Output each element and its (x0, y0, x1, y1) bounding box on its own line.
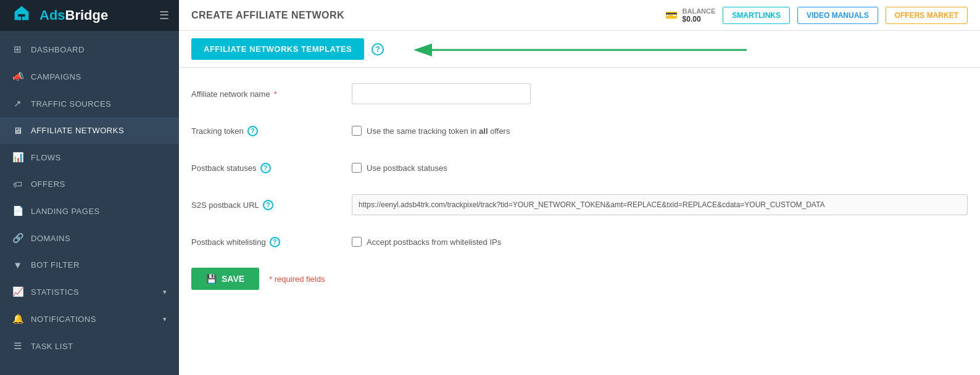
sidebar: AdsBridge ☰ ⊞ DASHBOARD 📣 CAMPAIGNS ↗ TR… (0, 0, 179, 375)
form-row-postback-whitelisting: Postback whitelisting ? Accept postbacks… (191, 231, 968, 253)
tracking-token-help-icon[interactable]: ? (247, 126, 258, 136)
sidebar-item-dashboard[interactable]: ⊞ DASHBOARD (0, 36, 179, 63)
balance-info: BALANCE $0.00 (683, 7, 716, 23)
s2s-postback-url-label-text: S2S postback URL (191, 200, 259, 210)
network-name-input[interactable] (352, 83, 531, 104)
dashboard-icon: ⊞ (12, 44, 23, 55)
header-right: 💳 BALANCE $0.00 SMARTLINKS VIDEO MANUALS… (665, 7, 968, 24)
header: CREATE AFFILIATE NETWORK 💳 BALANCE $0.00… (179, 0, 980, 31)
postback-whitelisting-checkbox-label: Accept postbacks from whitelisted IPs (367, 237, 501, 247)
required-note: * required fields (269, 274, 325, 284)
postback-statuses-control: Use postback statuses (352, 163, 968, 173)
landing-pages-icon: 📄 (12, 205, 23, 216)
required-note-star: * (269, 274, 272, 284)
tracking-token-checkbox-wrap: Use the same tracking token in all offer… (352, 126, 510, 136)
tracking-token-control: Use the same tracking token in all offer… (352, 126, 968, 136)
domains-icon: 🔗 (12, 233, 23, 244)
video-manuals-button[interactable]: VIDEO MANUALS (797, 7, 878, 24)
save-row: 💾 SAVE * required fields (191, 268, 968, 290)
network-name-label: Affiliate network name * (191, 89, 352, 99)
sidebar-item-traffic-sources[interactable]: ↗ TRAFFIC SOURCES (0, 90, 179, 117)
sidebar-label-bot-filter: BOT FILTER (31, 260, 80, 270)
logo-icon (10, 4, 33, 27)
notifications-icon: 🔔 (12, 313, 23, 324)
svg-rect-2 (22, 17, 25, 20)
notifications-chevron-icon: ▾ (163, 315, 167, 323)
sidebar-label-landing-pages: LANDING PAGES (31, 207, 100, 216)
save-button[interactable]: 💾 SAVE (191, 268, 259, 290)
affiliate-networks-templates-button[interactable]: AFFILIATE NETWORKS TEMPLATES (191, 38, 364, 60)
postback-statuses-checkbox-wrap: Use postback statuses (352, 163, 447, 173)
form-row-tracking-token: Tracking token ? Use the same tracking t… (191, 120, 968, 142)
postback-whitelisting-help-icon[interactable]: ? (270, 237, 280, 247)
postback-whitelisting-checkbox[interactable] (352, 237, 362, 247)
tracking-token-label: Tracking token ? (191, 126, 352, 136)
sidebar-logo: AdsBridge ☰ (0, 0, 179, 31)
balance-amount: $0.00 (683, 15, 716, 23)
affiliate-networks-icon: 🖥 (12, 125, 23, 136)
form-area: Affiliate network name * Tracking token … (179, 68, 980, 375)
tracking-token-checkbox-label: Use the same tracking token in all offer… (367, 126, 510, 136)
statistics-chevron-icon: ▾ (163, 288, 167, 296)
s2s-postback-url-label: S2S postback URL ? (191, 200, 352, 210)
s2s-postback-url-help-icon[interactable]: ? (263, 200, 273, 210)
tracking-token-label-text: Tracking token (191, 126, 244, 136)
sidebar-item-notifications[interactable]: 🔔 NOTIFICATIONS ▾ (0, 305, 179, 332)
postback-whitelisting-control: Accept postbacks from whitelisted IPs (352, 237, 968, 247)
s2s-postback-url-control (352, 194, 968, 215)
save-button-label: SAVE (222, 274, 244, 284)
templates-bar: AFFILIATE NETWORKS TEMPLATES ? (179, 31, 980, 68)
postback-statuses-checkbox-label: Use postback statuses (367, 163, 447, 173)
smartlinks-button[interactable]: SMARTLINKS (723, 7, 790, 24)
sidebar-item-offers[interactable]: 🏷 OFFERS (0, 171, 179, 197)
postback-whitelisting-label: Postback whitelisting ? (191, 237, 352, 247)
sidebar-label-flows: FLOWS (31, 153, 61, 162)
statistics-icon: 📈 (12, 286, 23, 297)
network-name-required-star: * (274, 89, 277, 99)
sidebar-nav: ⊞ DASHBOARD 📣 CAMPAIGNS ↗ TRAFFIC SOURCE… (0, 31, 179, 375)
postback-whitelisting-checkbox-wrap: Accept postbacks from whitelisted IPs (352, 237, 501, 247)
bot-filter-icon: ▼ (12, 260, 23, 270)
logo-text: AdsBridge (39, 7, 108, 23)
arrow-annotation (413, 35, 759, 65)
hamburger-icon[interactable]: ☰ (159, 9, 169, 22)
svg-rect-1 (18, 17, 21, 20)
sidebar-item-task-list[interactable]: ☰ TASK LIST (0, 332, 179, 360)
svg-marker-0 (15, 6, 29, 20)
campaigns-icon: 📣 (12, 71, 23, 82)
balance-label: BALANCE (683, 7, 716, 15)
sidebar-item-flows[interactable]: 📊 FLOWS (0, 144, 179, 171)
form-row-s2s-postback-url: S2S postback URL ? (191, 194, 968, 216)
network-name-control (352, 83, 968, 104)
required-note-text: required fields (275, 274, 325, 284)
sidebar-item-campaigns[interactable]: 📣 CAMPAIGNS (0, 63, 179, 90)
sidebar-item-bot-filter[interactable]: ▼ BOT FILTER (0, 252, 179, 278)
page-title: CREATE AFFILIATE NETWORK (191, 10, 653, 21)
sidebar-label-task-list: TASK LIST (31, 342, 73, 351)
save-icon: 💾 (206, 274, 217, 284)
sidebar-label-statistics: STATISTICS (31, 287, 79, 297)
postback-statuses-checkbox[interactable] (352, 163, 362, 173)
sidebar-label-dashboard: DASHBOARD (31, 45, 85, 54)
sidebar-item-statistics[interactable]: 📈 STATISTICS ▾ (0, 278, 179, 305)
sidebar-item-affiliate-networks[interactable]: 🖥 AFFILIATE NETWORKS (0, 117, 179, 144)
sidebar-label-campaigns: CAMPAIGNS (31, 72, 81, 81)
main-wrapper: CREATE AFFILIATE NETWORK 💳 BALANCE $0.00… (179, 0, 980, 375)
postback-statuses-help-icon[interactable]: ? (260, 163, 271, 173)
task-list-icon: ☰ (12, 340, 23, 352)
traffic-sources-icon: ↗ (12, 98, 23, 109)
balance-icon: 💳 (665, 9, 678, 21)
sidebar-label-domains: DOMAINS (31, 234, 70, 243)
offers-market-button[interactable]: OFFERS MARKET (886, 7, 968, 24)
flows-icon: 📊 (12, 152, 23, 163)
sidebar-label-notifications: NOTIFICATIONS (31, 315, 96, 324)
s2s-postback-url-input[interactable] (352, 194, 968, 215)
postback-statuses-label-text: Postback statuses (191, 163, 257, 173)
sidebar-label-traffic-sources: TRAFFIC SOURCES (31, 99, 111, 109)
offers-icon: 🏷 (12, 179, 23, 189)
sidebar-item-landing-pages[interactable]: 📄 LANDING PAGES (0, 197, 179, 225)
templates-help-icon[interactable]: ? (372, 43, 384, 56)
postback-whitelisting-label-text: Postback whitelisting (191, 237, 266, 247)
sidebar-item-domains[interactable]: 🔗 DOMAINS (0, 225, 179, 252)
tracking-token-checkbox[interactable] (352, 126, 362, 136)
